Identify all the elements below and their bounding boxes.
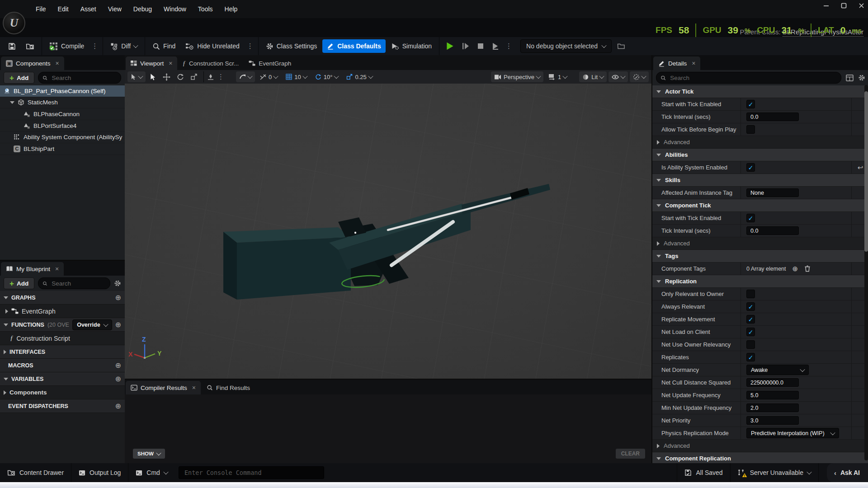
cmd-dropdown[interactable]: Cmd: [128, 463, 175, 482]
event-dispatchers-header[interactable]: EVENT DISPATCHERS ⊕: [0, 399, 125, 413]
construction-script-tab[interactable]: ƒ Construction Scr...: [177, 56, 244, 70]
expander-icon[interactable]: [10, 101, 14, 104]
gear-icon[interactable]: [858, 74, 865, 81]
find-results-tab[interactable]: Find Results: [202, 381, 255, 394]
layer-snap-dropdown[interactable]: 0: [257, 71, 281, 82]
checkbox[interactable]: [746, 340, 755, 349]
perspective-dropdown[interactable]: Perspective: [491, 71, 543, 82]
menu-tools[interactable]: Tools: [192, 0, 219, 18]
checkbox[interactable]: [746, 125, 755, 134]
class-settings-button[interactable]: Class Settings: [261, 39, 321, 53]
advanced-expander[interactable]: Advanced: [652, 237, 868, 250]
viewport-options-dropdown[interactable]: [630, 71, 649, 82]
compile-button[interactable]: Compile: [45, 39, 89, 53]
add-array-element-icon[interactable]: ⊕: [793, 265, 798, 273]
component-row-blportsurface4[interactable]: BLPortSurface4: [0, 120, 125, 132]
checkbox[interactable]: ✓: [746, 100, 755, 108]
surface-snap-anchor-icon[interactable]: [208, 74, 214, 80]
add-function-icon[interactable]: ⊕: [115, 320, 121, 329]
details-tab[interactable]: Details ×: [653, 56, 700, 70]
section-abilities[interactable]: Abilities: [652, 149, 868, 161]
checkbox[interactable]: ✓: [746, 315, 755, 324]
viewport-tab[interactable]: Viewport ×: [126, 56, 177, 70]
diff-button[interactable]: Diff: [106, 39, 142, 53]
reset-to-default-icon[interactable]: ↩: [858, 164, 863, 172]
trash-icon[interactable]: [804, 265, 811, 272]
compile-options-kebab-icon[interactable]: ⋮: [90, 42, 100, 50]
console-command-input[interactable]: [184, 469, 319, 477]
add-graph-icon[interactable]: ⊕: [115, 293, 121, 302]
component-row-abilitysystem[interactable]: Ability System Component (AbilitySy: [0, 131, 125, 143]
eventgraph-tab[interactable]: EventGraph: [244, 56, 296, 70]
components-panel-tab[interactable]: ▣ Components ×: [1, 56, 64, 70]
camera-speed-dropdown[interactable]: 1: [545, 71, 570, 82]
debug-browse-button[interactable]: [613, 39, 630, 53]
details-close-icon[interactable]: ×: [692, 60, 695, 67]
checkbox[interactable]: ✓: [746, 353, 755, 361]
hide-unrelated-button[interactable]: Hide Unrelated: [181, 39, 244, 53]
anim-instance-tag-field[interactable]: None: [746, 188, 799, 197]
debug-object-dropdown[interactable]: No debug object selected: [520, 39, 612, 53]
checkbox[interactable]: ✓: [746, 214, 755, 222]
section-actor-tick[interactable]: Actor Tick: [652, 85, 868, 98]
frame-skip-button[interactable]: [458, 39, 473, 53]
blueprint-add-button[interactable]: + Add: [4, 277, 34, 289]
menu-asset[interactable]: Asset: [75, 0, 102, 18]
show-flags-dropdown[interactable]: [609, 71, 628, 82]
menu-file[interactable]: File: [30, 0, 52, 18]
net-cull-distance-field[interactable]: 225000000.0: [746, 378, 799, 387]
display-filter-icon[interactable]: [846, 75, 854, 81]
tick-interval-field[interactable]: 0.0: [746, 113, 799, 121]
my-blueprint-close-icon[interactable]: ×: [55, 265, 59, 272]
browse-asset-button[interactable]: [21, 39, 39, 53]
scrollbar-thumb[interactable]: [864, 91, 868, 252]
override-dropdown[interactable]: Override: [72, 319, 112, 330]
maximize-icon[interactable]: [841, 3, 847, 9]
lit-mode-dropdown[interactable]: Lit: [579, 71, 607, 82]
section-skills[interactable]: Skills: [652, 174, 868, 187]
section-tags[interactable]: Tags: [652, 250, 868, 263]
output-log-button[interactable]: Output Log: [71, 463, 128, 482]
all-saved-button[interactable]: All Saved: [677, 463, 730, 482]
grid-snap-dropdown[interactable]: 10: [283, 71, 310, 82]
play-options-kebab-icon[interactable]: ⋮: [504, 42, 514, 50]
rotation-snap-dropdown[interactable]: 10°: [312, 71, 342, 82]
eventgraph-item[interactable]: EventGraph: [0, 305, 125, 318]
scale-tool-icon[interactable]: [190, 73, 198, 80]
components-search[interactable]: [38, 72, 121, 84]
section-component-tick[interactable]: Component Tick: [652, 199, 868, 212]
play-button[interactable]: [442, 39, 458, 53]
minimize-icon[interactable]: [823, 3, 829, 9]
add-component-button[interactable]: + Add: [4, 72, 34, 84]
checkbox[interactable]: ✓: [746, 328, 755, 336]
macros-header[interactable]: MACROS ⊕: [0, 359, 125, 372]
add-variable-icon[interactable]: ⊕: [115, 375, 121, 383]
component-row-staticmesh[interactable]: StaticMesh: [0, 97, 125, 109]
viewport-tab-close-icon[interactable]: ×: [169, 60, 172, 67]
clear-button[interactable]: CLEAR: [616, 449, 645, 459]
gear-icon[interactable]: [114, 280, 121, 287]
select-mode-dropdown[interactable]: [127, 71, 146, 82]
graphs-header[interactable]: GRAPHS ⊕: [0, 291, 125, 305]
save-button[interactable]: [4, 39, 20, 53]
menu-edit[interactable]: Edit: [52, 0, 75, 18]
possess-button[interactable]: [488, 39, 503, 53]
menu-help[interactable]: Help: [219, 0, 244, 18]
surface-snapping-dropdown[interactable]: [236, 71, 255, 82]
component-row-self[interactable]: BL_BP_Part_PhaseCannon (Self): [0, 85, 125, 97]
checkbox[interactable]: ✓: [746, 302, 755, 311]
content-drawer-button[interactable]: Content Drawer: [0, 463, 71, 482]
add-dispatcher-icon[interactable]: ⊕: [115, 402, 121, 410]
compiler-results-tab[interactable]: Compiler Results ×: [126, 381, 201, 394]
compiler-results-close-icon[interactable]: ×: [192, 384, 196, 391]
section-replication[interactable]: Replication: [652, 275, 868, 288]
close-icon[interactable]: [859, 3, 864, 9]
ask-ai-button[interactable]: ‹ Ask AI: [827, 463, 868, 482]
find-button[interactable]: Find: [148, 39, 180, 53]
net-dormancy-dropdown[interactable]: Awake: [746, 365, 809, 375]
scale-snap-dropdown[interactable]: 0.25: [343, 71, 375, 82]
revision-control-dropdown[interactable]: Server Unavailable: [731, 463, 819, 482]
viewport-kebab-icon[interactable]: ⋮: [216, 73, 226, 81]
add-macro-icon[interactable]: ⊕: [115, 361, 121, 370]
viewport-3d-canvas[interactable]: Z X Y: [125, 84, 651, 379]
